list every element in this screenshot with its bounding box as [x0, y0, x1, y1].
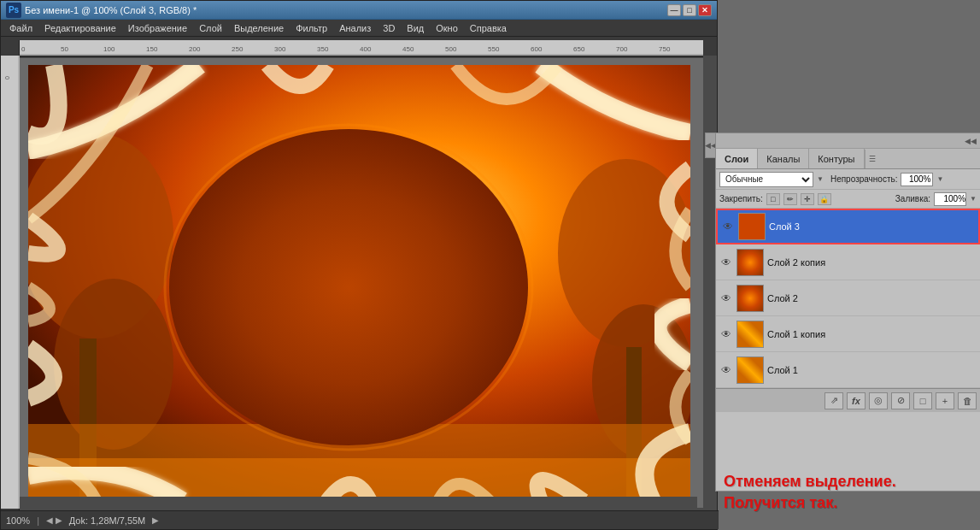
canvas-document — [28, 65, 690, 501]
svg-text:250: 250 — [232, 45, 244, 53]
layer-1copy-visibility-icon[interactable]: 👁 — [719, 327, 733, 341]
layer-item-3[interactable]: 👁 Слой 3 — [716, 209, 980, 244]
menu-edit[interactable]: Редактирование — [39, 21, 121, 35]
new-group-button[interactable]: □ — [913, 392, 932, 409]
svg-text:650: 650 — [573, 45, 585, 53]
photoshop-window: Ps Без имени-1 @ 100% (Слой 3, RGB/8) * … — [0, 0, 718, 530]
title-bar: Ps Без имени-1 @ 100% (Слой 3, RGB/8) * … — [1, 1, 717, 20]
gray-area-top-right — [718, 0, 980, 132]
svg-text:0: 0 — [21, 45, 26, 53]
layer-3-name: Слой 3 — [769, 221, 975, 232]
document-info: Доk: 1,28M/7,55M — [69, 515, 146, 526]
scroll-horizontal[interactable] — [20, 497, 697, 510]
minimize-button[interactable]: — — [667, 4, 681, 16]
lock-transparent-button[interactable]: □ — [766, 193, 780, 205]
annotation-line1: Отменяем выделение. — [724, 471, 971, 492]
panel-arrow-left[interactable]: ◀◀ — [965, 137, 977, 145]
mode-dropdown-arrow: ▼ — [817, 175, 824, 183]
panel-menu-icon[interactable]: ☰ — [865, 150, 880, 168]
opacity-label: Непрозрачность: — [830, 174, 898, 184]
add-mask-button[interactable]: ◎ — [869, 392, 888, 409]
menu-layer[interactable]: Слой — [194, 21, 227, 35]
layer-item-2copy[interactable]: 👁 Слой 2 копия — [716, 244, 980, 280]
close-button[interactable]: ✕ — [698, 4, 712, 16]
new-layer-button[interactable]: + — [936, 392, 954, 409]
ruler-horizontal: 0 50 100 150 200 250 300 350 400 450 500… — [20, 40, 703, 56]
layer-mode-row: Обычные ▼ Непрозрачность: ▼ — [716, 169, 980, 190]
fill-label: Заливка: — [895, 194, 930, 203]
opacity-dropdown-arrow: ▼ — [936, 175, 943, 183]
layer-1-visibility-icon[interactable]: 👁 — [719, 363, 733, 377]
layers-panel: ◀◀ Слои Каналы Контуры ☰ Обычные ▼ Непро… — [715, 132, 980, 492]
menu-help[interactable]: Справка — [465, 21, 512, 35]
window-title: Без имени-1 @ 100% (Слой 3, RGB/8) * — [25, 5, 197, 15]
layer-3-visibility-icon[interactable]: 👁 — [721, 220, 735, 233]
svg-text:0: 0 — [4, 76, 10, 80]
menu-file[interactable]: Файл — [4, 21, 38, 35]
lock-position-button[interactable]: ✛ — [801, 193, 814, 205]
lock-pixels-button[interactable]: ✏ — [783, 193, 797, 205]
svg-text:700: 700 — [616, 45, 628, 53]
canvas-area — [20, 58, 703, 508]
ps-logo-icon: Ps — [6, 3, 21, 18]
lock-all-button[interactable]: 🔒 — [818, 193, 831, 205]
svg-text:400: 400 — [360, 45, 372, 53]
svg-text:150: 150 — [146, 45, 158, 53]
layer-2-thumbnail — [736, 285, 764, 312]
delete-layer-button[interactable]: 🗑 — [958, 392, 977, 409]
menu-analysis[interactable]: Анализ — [334, 21, 376, 35]
tab-layers[interactable]: Слои — [716, 149, 758, 168]
svg-text:750: 750 — [659, 45, 671, 53]
fill-input[interactable] — [934, 192, 966, 206]
annotation-text: Отменяем выделение. Получится так. — [724, 471, 971, 514]
forward-nav-icon[interactable]: ▶ — [152, 515, 159, 525]
menu-select[interactable]: Выделение — [229, 21, 289, 35]
menu-filter[interactable]: Фильтр — [290, 21, 332, 35]
fill-dropdown-arrow: ▼ — [970, 195, 977, 203]
status-bar: 100% | ◀ ▶ Доk: 1,28M/7,55M ▶ — [1, 510, 719, 529]
layer-1copy-name: Слой 1 копия — [767, 329, 977, 339]
layer-2copy-name: Слой 2 копия — [767, 257, 977, 268]
ruler-vertical: 0 — [1, 56, 20, 509]
panel-bottom-toolbar: ⇗ fx ◎ ⊘ □ + 🗑 — [716, 388, 980, 412]
layer-2copy-thumbnail — [736, 249, 764, 276]
svg-text:50: 50 — [61, 45, 68, 53]
navigation-icon[interactable]: ◀ ▶ — [46, 515, 62, 525]
svg-text:200: 200 — [189, 45, 201, 53]
link-layers-button[interactable]: ⇗ — [824, 392, 843, 409]
svg-text:600: 600 — [531, 45, 543, 53]
tab-paths[interactable]: Контуры — [809, 149, 864, 168]
svg-text:350: 350 — [317, 45, 329, 53]
maximize-button[interactable]: □ — [683, 4, 696, 16]
layer-item-2[interactable]: 👁 Слой 2 — [716, 280, 980, 316]
menu-window[interactable]: Окно — [431, 21, 463, 35]
annotation-line2: Получится так. — [724, 492, 971, 514]
layer-1-name: Слой 1 — [767, 365, 977, 375]
panel-top-bar: ◀◀ — [716, 133, 980, 149]
menu-3d[interactable]: 3D — [378, 21, 400, 35]
layer-list: 👁 Слой 3 👁 Слой 2 копия 👁 Слой 2 👁 — [716, 209, 980, 388]
new-adjustment-button[interactable]: ⊘ — [891, 392, 910, 409]
canvas-artwork — [28, 65, 690, 501]
layer-2copy-visibility-icon[interactable]: 👁 — [719, 256, 733, 269]
opacity-input[interactable] — [901, 173, 933, 186]
svg-text:300: 300 — [274, 45, 286, 53]
tab-channels[interactable]: Каналы — [758, 149, 809, 168]
svg-rect-18 — [1, 56, 20, 509]
lock-fill-row: Закрепить: □ ✏ ✛ 🔒 Заливка: ▼ — [716, 190, 980, 209]
panel-tabs: Слои Каналы Контуры ☰ — [716, 149, 980, 169]
layer-item-1[interactable]: 👁 Слой 1 — [716, 352, 980, 388]
layer-2-name: Слой 2 — [767, 293, 977, 303]
svg-text:100: 100 — [103, 45, 115, 53]
layer-item-1copy[interactable]: 👁 Слой 1 копия — [716, 316, 980, 352]
menu-image[interactable]: Изображение — [123, 21, 192, 35]
layer-3-thumbnail — [738, 213, 766, 240]
window-controls: — □ ✕ — [667, 4, 712, 16]
svg-point-30 — [169, 129, 528, 445]
layer-mode-select[interactable]: Обычные — [719, 172, 813, 187]
layer-2-visibility-icon[interactable]: 👁 — [719, 292, 733, 305]
svg-text:450: 450 — [402, 45, 414, 53]
menu-view[interactable]: Вид — [402, 21, 429, 35]
title-bar-left: Ps Без имени-1 @ 100% (Слой 3, RGB/8) * — [6, 3, 197, 18]
layer-fx-button[interactable]: fx — [847, 392, 866, 409]
